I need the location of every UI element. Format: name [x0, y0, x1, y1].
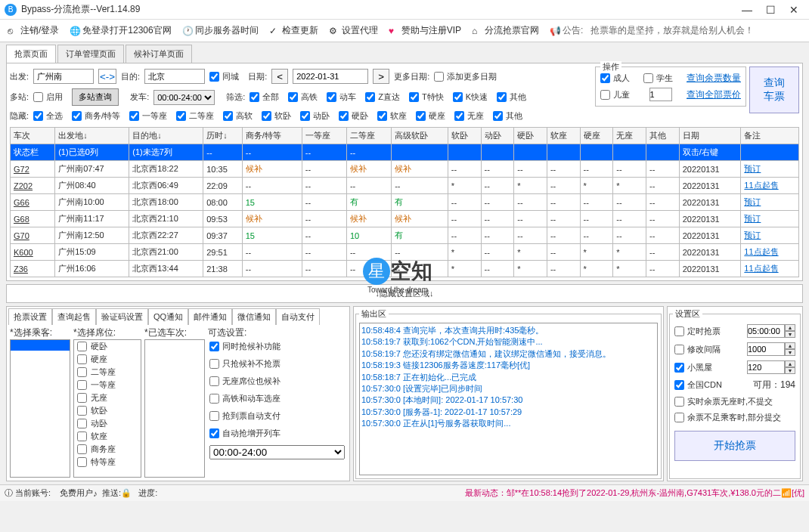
- swap-button[interactable]: <->: [98, 69, 116, 84]
- adult-checkbox[interactable]: [600, 73, 610, 83]
- hide-gr-checkbox[interactable]: [223, 111, 233, 121]
- col-header[interactable]: 一等座: [302, 128, 346, 144]
- col-header[interactable]: 其他: [646, 128, 679, 144]
- child-checkbox[interactable]: [600, 90, 610, 100]
- col-header[interactable]: 车次: [11, 128, 55, 144]
- maximize-button[interactable]: ☐: [766, 4, 776, 16]
- hide-settings-toggle[interactable]: ↓隐藏设置区域↓: [6, 284, 803, 303]
- filter-kuaisu-checkbox[interactable]: [453, 92, 463, 102]
- filter-gaotie-checkbox[interactable]: [288, 92, 298, 102]
- opt-seat-select-checkbox[interactable]: [209, 394, 219, 404]
- col-header[interactable]: 高级软卧: [392, 128, 448, 144]
- date-prev-button[interactable]: <: [271, 69, 288, 84]
- interval-checkbox[interactable]: [674, 345, 684, 354]
- seat-item[interactable]: 无座: [74, 391, 141, 404]
- col-header[interactable]: 日期: [679, 128, 741, 144]
- table-row[interactable]: G72广州南07:47北京西18:2210:35候补--候补候补--------…: [11, 161, 799, 178]
- set-proxy-button[interactable]: ⚙设置代理: [326, 23, 381, 39]
- col-header[interactable]: 商务/特等: [242, 128, 302, 144]
- seat-item[interactable]: 商务座: [74, 443, 141, 456]
- btab-grab[interactable]: 抢票设置: [8, 308, 52, 325]
- seat-item[interactable]: 硬卧: [74, 340, 141, 353]
- col-header[interactable]: 软座: [547, 128, 580, 144]
- opt-auto-extra-checkbox[interactable]: [209, 428, 219, 438]
- table-row[interactable]: 状态栏(1)已选0列(1)未选7列--------双击/右键: [11, 144, 799, 161]
- interval-input[interactable]: [747, 342, 785, 356]
- opt-waitlist-checkbox[interactable]: [209, 342, 219, 351]
- cdn-checkbox[interactable]: [674, 380, 684, 390]
- seat-item[interactable]: 软卧: [74, 404, 141, 417]
- samecity-checkbox[interactable]: [209, 72, 219, 82]
- from-input[interactable]: [33, 69, 94, 84]
- seat-item[interactable]: 二等座: [74, 366, 141, 379]
- book-link[interactable]: 预订: [744, 164, 761, 173]
- child-count-input[interactable]: [649, 88, 672, 101]
- table-row[interactable]: G66广州南10:00北京西18:0008:0015--有有----------…: [11, 194, 799, 211]
- tab-waitlist[interactable]: 候补订单页面: [126, 45, 192, 63]
- tab-orders[interactable]: 订单管理页面: [57, 45, 124, 63]
- blackroom-input[interactable]: [747, 360, 785, 374]
- book-link[interactable]: 11点起售: [744, 264, 778, 273]
- col-header[interactable]: 动卧: [481, 128, 514, 144]
- filter-all-checkbox[interactable]: [250, 92, 259, 102]
- query-remain-link[interactable]: 查询余票数量: [687, 72, 741, 85]
- date-next-button[interactable]: >: [373, 69, 389, 84]
- col-header[interactable]: 硬座: [580, 128, 613, 144]
- vip-button[interactable]: ♥赞助与注册VIP: [386, 23, 464, 39]
- col-header[interactable]: 目的地↓: [129, 128, 203, 144]
- btab-mail[interactable]: 邮件通知: [188, 308, 232, 325]
- timerange-select[interactable]: 00:00-24:00: [209, 445, 345, 459]
- filter-qita-checkbox[interactable]: [497, 92, 507, 102]
- seat-item[interactable]: 硬座: [74, 353, 141, 366]
- filter-zhida-checkbox[interactable]: [365, 92, 375, 102]
- seat-item[interactable]: 软座: [74, 430, 141, 443]
- table-row[interactable]: Z36广州16:06北京西13:4421:38--------*--*--**-…: [11, 261, 799, 277]
- hide-ed-checkbox[interactable]: [176, 111, 186, 121]
- filter-tekuai-checkbox[interactable]: [409, 92, 419, 102]
- spin-down[interactable]: ▼: [785, 331, 795, 338]
- hide-yw-checkbox[interactable]: [339, 111, 349, 121]
- hide-yz-checkbox[interactable]: [416, 111, 426, 121]
- col-header[interactable]: 软卧: [448, 128, 481, 144]
- hide-dw-checkbox[interactable]: [300, 111, 310, 121]
- opt-autopay-checkbox[interactable]: [209, 411, 219, 421]
- col-header[interactable]: 历时↓: [203, 128, 242, 144]
- btab-qq[interactable]: QQ通知: [148, 308, 188, 325]
- hide-yd-checkbox[interactable]: [129, 111, 139, 121]
- query-ticket-button[interactable]: 查询 车票: [749, 66, 799, 113]
- start-grab-button[interactable]: 开始抢票: [674, 431, 795, 461]
- logout-button[interactable]: ⎋注销/登录: [5, 23, 62, 39]
- col-header[interactable]: 备注: [741, 128, 799, 144]
- filter-dongche-checkbox[interactable]: [327, 92, 336, 102]
- btab-presale[interactable]: 查询起售: [52, 308, 96, 325]
- insufficient-checkbox[interactable]: [674, 413, 684, 422]
- book-link[interactable]: 11点起售: [744, 181, 778, 190]
- check-update-button[interactable]: ✓检查更新: [266, 23, 321, 39]
- hide-sw-checkbox[interactable]: [72, 111, 82, 121]
- btab-wechat[interactable]: 微信通知: [232, 308, 276, 325]
- seat-item[interactable]: 一等座: [74, 379, 141, 391]
- open-12306-button[interactable]: 🌐免登录打开12306官网: [67, 23, 174, 39]
- close-button[interactable]: ✕: [789, 4, 798, 16]
- student-checkbox[interactable]: [643, 73, 653, 83]
- book-link[interactable]: 11点起售: [744, 247, 778, 256]
- enable-multi-checkbox[interactable]: [33, 92, 43, 102]
- sync-time-button[interactable]: 🕐同步服务器时间: [179, 23, 262, 39]
- btab-captcha[interactable]: 验证码设置: [96, 308, 148, 325]
- realtime-checkbox[interactable]: [674, 397, 684, 407]
- btab-autopay[interactable]: 自动支付: [276, 308, 320, 325]
- official-site-button[interactable]: ⌂分流抢票官网: [469, 23, 542, 39]
- passenger-list[interactable]: [10, 339, 70, 478]
- seat-item[interactable]: 特等座: [74, 456, 141, 469]
- opt-only-waitlist-checkbox[interactable]: [209, 359, 219, 369]
- hide-rw-checkbox[interactable]: [262, 111, 271, 121]
- col-header[interactable]: 出发地↓: [55, 128, 129, 144]
- timed-grab-checkbox[interactable]: [674, 326, 684, 336]
- multi-query-button[interactable]: 多站查询: [72, 88, 119, 106]
- table-row[interactable]: Z202广州08:40北京西06:4922:09--------*--*--**…: [11, 178, 799, 194]
- selected-train-list[interactable]: [144, 339, 205, 478]
- col-header[interactable]: 二等座: [346, 128, 391, 144]
- seat-item[interactable]: 动卧: [74, 417, 141, 430]
- col-header[interactable]: 无座: [613, 128, 646, 144]
- spin-up[interactable]: ▲: [785, 324, 795, 331]
